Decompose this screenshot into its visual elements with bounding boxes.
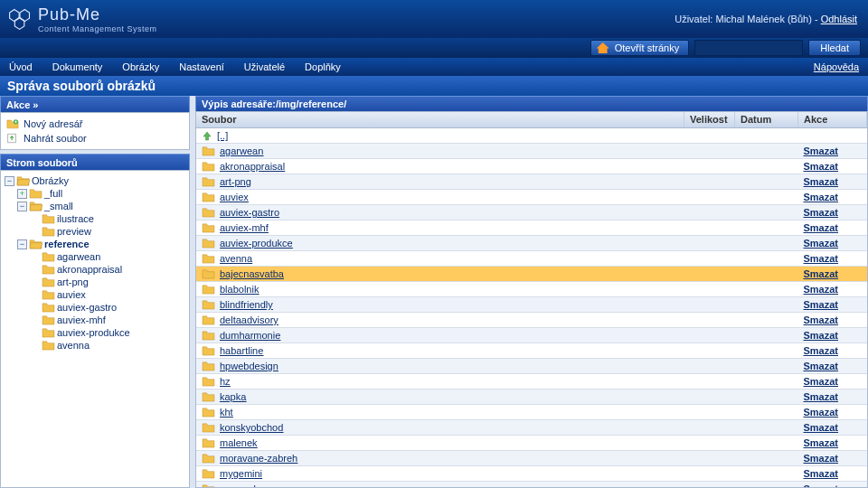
menu-item-1[interactable]: Dokumenty — [52, 61, 103, 72]
col-act[interactable]: Akce — [798, 112, 867, 128]
search-button[interactable]: Hledat — [808, 40, 861, 56]
delete-link[interactable]: Smazat — [804, 192, 839, 202]
folder-link-avenna[interactable]: avenna — [220, 253, 252, 264]
delete-link[interactable]: Smazat — [804, 407, 839, 418]
table-row[interactable]: blindfriendly Smazat — [196, 297, 867, 313]
delete-link[interactable]: Smazat — [804, 145, 839, 156]
tree-node-reference[interactable]: reference — [44, 238, 90, 250]
delete-link[interactable]: Smazat — [804, 238, 839, 249]
delete-link[interactable]: Smazat — [804, 330, 839, 341]
tree-toggle[interactable]: − — [17, 202, 27, 211]
table-row[interactable]: agarwean Smazat — [196, 144, 867, 159]
tree-node-auviex-mhf[interactable]: auviex-mhf — [57, 314, 106, 326]
delete-link[interactable]: Smazat — [804, 483, 839, 488]
tree-node-avenna[interactable]: avenna — [57, 339, 90, 352]
tree-node-preview[interactable]: preview — [57, 225, 91, 238]
delete-link[interactable]: Smazat — [804, 453, 839, 464]
table-row[interactable]: nazarad Smazat — [196, 482, 867, 488]
tree-node-art-png[interactable]: art-png — [57, 276, 89, 288]
action-new-folder[interactable]: Nový adresář — [6, 117, 184, 131]
delete-link[interactable]: Smazat — [804, 161, 839, 172]
table-row[interactable]: mygemini Smazat — [196, 466, 867, 482]
folder-link-hpwebdesign[interactable]: hpwebdesign — [220, 361, 278, 371]
col-date[interactable]: Datum — [735, 112, 798, 128]
folder-link-auviex[interactable]: auviex — [220, 192, 249, 202]
delete-link[interactable]: Smazat — [804, 299, 839, 310]
delete-link[interactable]: Smazat — [804, 422, 839, 433]
delete-link[interactable]: Smazat — [804, 268, 839, 279]
delete-link[interactable]: Smazat — [804, 176, 839, 187]
table-row[interactable]: kht Smazat — [196, 405, 867, 420]
delete-link[interactable]: Smazat — [804, 437, 839, 448]
tree-node-_full[interactable]: _full — [44, 187, 62, 200]
tree-node-ilustrace[interactable]: ilustrace — [57, 212, 94, 225]
table-row[interactable]: auviex Smazat — [196, 190, 867, 205]
menu-item-4[interactable]: Uživatelé — [244, 61, 285, 72]
help-link[interactable]: Nápověda — [814, 61, 859, 72]
table-row[interactable]: moravane-zabreh Smazat — [196, 451, 867, 466]
tree-toggle[interactable]: + — [17, 189, 27, 199]
folder-link-mygemini[interactable]: mygemini — [220, 468, 262, 479]
delete-link[interactable]: Smazat — [804, 207, 839, 218]
table-row[interactable]: deltaadvisory Smazat — [196, 313, 867, 328]
folder-link-blindfriendly[interactable]: blindfriendly — [220, 299, 273, 310]
table-row[interactable]: konskyobchod Smazat — [196, 420, 867, 436]
folder-link-kht[interactable]: kht — [220, 407, 233, 418]
delete-link[interactable]: Smazat — [804, 391, 839, 402]
table-row[interactable]: dumharmonie Smazat — [196, 328, 867, 343]
table-row[interactable]: auviex-mhf Smazat — [196, 221, 867, 236]
delete-link[interactable]: Smazat — [804, 222, 839, 233]
folder-link-nazarad[interactable]: nazarad — [220, 483, 256, 488]
folder-link-akronappraisal[interactable]: akronappraisal — [220, 161, 285, 172]
tree-node-akronappraisal[interactable]: akronappraisal — [57, 263, 122, 276]
logout-link[interactable]: Odhlásit — [821, 14, 857, 24]
folder-link-blabolnik[interactable]: blabolnik — [220, 284, 259, 295]
folder-link-dumharmonie[interactable]: dumharmonie — [220, 330, 280, 341]
delete-link[interactable]: Smazat — [804, 361, 839, 371]
table-row[interactable]: bajecnasvatba Smazat — [196, 267, 867, 282]
tree-node-agarwean[interactable]: agarwean — [57, 250, 100, 263]
parent-dir-row[interactable]: [..] — [196, 128, 867, 144]
tree-toggle[interactable]: − — [17, 239, 27, 249]
folder-link-deltaadvisory[interactable]: deltaadvisory — [220, 314, 278, 325]
folder-link-agarwean[interactable]: agarwean — [220, 145, 263, 156]
delete-link[interactable]: Smazat — [804, 468, 839, 479]
folder-link-auviex-produkce[interactable]: auviex-produkce — [220, 238, 293, 249]
folder-link-hz[interactable]: hz — [220, 376, 231, 387]
tree-node-auviex-produkce[interactable]: auviex-produkce — [57, 326, 130, 339]
delete-link[interactable]: Smazat — [804, 345, 839, 356]
table-row[interactable]: hpwebdesign Smazat — [196, 359, 867, 374]
tree-toggle[interactable]: − — [5, 176, 14, 186]
folder-link-konskyobchod[interactable]: konskyobchod — [220, 422, 283, 433]
delete-link[interactable]: Smazat — [804, 376, 839, 387]
menu-item-2[interactable]: Obrázky — [122, 61, 159, 72]
folder-link-kapka[interactable]: kapka — [220, 391, 246, 402]
table-row[interactable]: blabolnik Smazat — [196, 282, 867, 297]
folder-link-bajecnasvatba[interactable]: bajecnasvatba — [220, 268, 284, 279]
folder-link-habartline[interactable]: habartline — [220, 345, 263, 356]
tree-node-auviex-gastro[interactable]: auviex-gastro — [57, 301, 117, 314]
menu-item-5[interactable]: Doplňky — [305, 61, 341, 72]
tree-node-Obrázky[interactable]: Obrázky — [32, 174, 69, 187]
col-file[interactable]: Soubor — [196, 112, 684, 128]
table-row[interactable]: auviex-gastro Smazat — [196, 205, 867, 221]
delete-link[interactable]: Smazat — [804, 253, 839, 264]
open-pages-button[interactable]: Otevřít stránky — [590, 40, 690, 56]
col-size[interactable]: Velikost — [684, 112, 735, 128]
table-row[interactable]: art-png Smazat — [196, 174, 867, 190]
search-input[interactable] — [694, 40, 803, 56]
folder-link-auviex-gastro[interactable]: auviex-gastro — [220, 207, 279, 218]
tree-node-auviex[interactable]: auviex — [57, 288, 86, 301]
table-row[interactable]: auviex-produkce Smazat — [196, 236, 867, 251]
delete-link[interactable]: Smazat — [804, 314, 839, 325]
table-row[interactable]: malenek Smazat — [196, 436, 867, 451]
folder-link-art-png[interactable]: art-png — [220, 176, 251, 187]
delete-link[interactable]: Smazat — [804, 284, 839, 295]
parent-dir-link[interactable]: [..] — [217, 130, 228, 141]
table-row[interactable]: avenna Smazat — [196, 251, 867, 267]
action-upload[interactable]: Nahrát soubor — [6, 131, 184, 145]
table-row[interactable]: hz Smazat — [196, 374, 867, 389]
menu-item-3[interactable]: Nastavení — [179, 61, 224, 72]
tree-node-_small[interactable]: _small — [44, 200, 73, 212]
folder-link-moravane-zabreh[interactable]: moravane-zabreh — [220, 453, 297, 464]
